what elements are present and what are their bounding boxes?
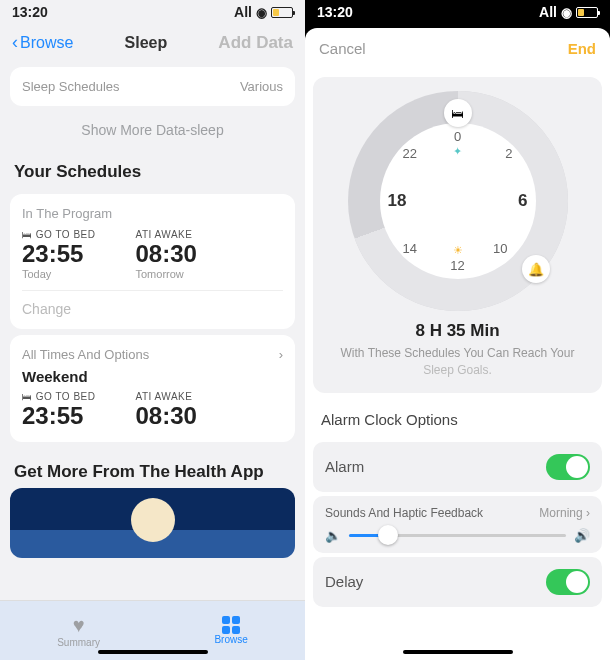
wifi-icon-2: ◉ bbox=[561, 5, 572, 20]
goal-description: With These Schedules You Can Reach Your … bbox=[327, 345, 588, 379]
status-time: 13:20 bbox=[12, 4, 48, 20]
nav-bar: ‹Browse Sleep Add Data bbox=[0, 24, 305, 61]
wake-time-2: 08:30 bbox=[135, 402, 196, 430]
heart-icon: ♥ bbox=[73, 614, 85, 637]
moon-icon bbox=[131, 498, 175, 542]
add-data-button[interactable]: Add Data bbox=[218, 33, 293, 53]
sounds-row[interactable]: Sounds And Haptic Feedback Morning › bbox=[325, 506, 590, 520]
alarm-options-heading: Alarm Clock Options bbox=[305, 401, 610, 438]
sleep-dial-card: 0 2 6 10 12 14 18 22 ✦ ☀ 🛏 🔔 8 H 35 Min … bbox=[313, 77, 602, 393]
sounds-label: Sounds And Haptic Feedback bbox=[325, 506, 483, 520]
chevron-right-icon-2: › bbox=[586, 506, 590, 520]
all-times-row[interactable]: All Times And Options › bbox=[22, 347, 283, 368]
end-button[interactable]: End bbox=[568, 40, 596, 57]
speaker-high-icon: 🔊 bbox=[574, 528, 590, 543]
sleep-schedules-label: Sleep Schedules bbox=[22, 79, 120, 94]
bed-label-2: 🛏 GO TO BED bbox=[22, 391, 95, 402]
cancel-button[interactable]: Cancel bbox=[319, 40, 366, 57]
editor-sheet: Cancel End 0 2 6 10 12 14 18 22 ✦ ☀ 🛏 🔔 bbox=[305, 28, 610, 660]
wifi-icon: ◉ bbox=[256, 5, 267, 20]
bed-label: 🛏 GO TO BED bbox=[22, 229, 95, 240]
wake-time: 08:30 bbox=[135, 240, 196, 268]
duration-label: 8 H 35 Min bbox=[327, 321, 588, 341]
today-label: Today bbox=[22, 268, 95, 280]
tomorrow-label: Tomorrow bbox=[135, 268, 196, 280]
back-button[interactable]: ‹Browse bbox=[12, 32, 73, 53]
get-more-heading: Get More From The Health App bbox=[0, 448, 305, 488]
chevron-right-icon: › bbox=[279, 347, 283, 362]
stars-icon: ✦ bbox=[453, 145, 462, 158]
delay-label: Delay bbox=[325, 573, 363, 590]
sleep-schedules-row[interactable]: Sleep Schedules Various bbox=[10, 67, 295, 106]
your-schedules-heading: Your Schedules bbox=[0, 148, 305, 188]
sleep-editor-screen: 13:20 All ◉ Cancel End 0 2 6 10 12 14 18 bbox=[305, 0, 610, 660]
health-sleep-screen: 13:20 All ◉ ‹Browse Sleep Add Data Sleep… bbox=[0, 0, 305, 660]
volume-slider[interactable]: 🔈 🔊 bbox=[325, 528, 590, 543]
wake-label-2: ATI AWAKE bbox=[135, 391, 196, 402]
tab-browse[interactable]: Browse bbox=[214, 616, 247, 645]
status-bar: 13:20 All ◉ bbox=[0, 0, 305, 24]
alarm-toggle-row: Alarm bbox=[313, 442, 602, 492]
sleep-schedules-value: Various bbox=[240, 79, 283, 94]
wake-label: ATI AWAKE bbox=[135, 229, 196, 240]
speaker-low-icon: 🔈 bbox=[325, 528, 341, 543]
bed-time-2: 23:55 bbox=[22, 402, 95, 430]
delay-toggle-row: Delay bbox=[313, 557, 602, 607]
sleep-dial[interactable]: 0 2 6 10 12 14 18 22 ✦ ☀ 🛏 🔔 bbox=[348, 91, 568, 311]
alarm-knob[interactable]: 🔔 bbox=[522, 255, 550, 283]
network-label: All bbox=[234, 4, 252, 20]
home-indicator-2[interactable] bbox=[403, 650, 513, 654]
tab-summary[interactable]: ♥ Summary bbox=[57, 614, 100, 648]
grid-icon bbox=[222, 616, 240, 634]
battery-icon-2 bbox=[576, 7, 598, 18]
home-indicator[interactable] bbox=[98, 650, 208, 654]
battery-icon bbox=[271, 7, 293, 18]
weekend-schedule-card: All Times And Options › Weekend 🛏 GO TO … bbox=[10, 335, 295, 442]
network-label-2: All bbox=[539, 4, 557, 20]
change-button[interactable]: Change bbox=[22, 290, 283, 317]
show-more-link[interactable]: Show More Data-sleep bbox=[0, 112, 305, 148]
status-bar-2: 13:20 All ◉ bbox=[305, 0, 610, 24]
bed-knob[interactable]: 🛏 bbox=[444, 99, 472, 127]
in-program-label: In The Program bbox=[22, 206, 283, 221]
weekend-label: Weekend bbox=[22, 368, 283, 385]
sun-icon: ☀ bbox=[453, 244, 463, 257]
status-time-2: 13:20 bbox=[317, 4, 353, 20]
sounds-card: Sounds And Haptic Feedback Morning › 🔈 🔊 bbox=[313, 496, 602, 553]
bed-icon: 🛏 bbox=[451, 106, 464, 121]
alarm-toggle[interactable] bbox=[546, 454, 590, 480]
bell-icon: 🔔 bbox=[528, 262, 544, 277]
chevron-left-icon: ‹ bbox=[12, 32, 18, 53]
night-illustration[interactable] bbox=[10, 488, 295, 558]
page-title: Sleep bbox=[125, 34, 168, 52]
delay-toggle[interactable] bbox=[546, 569, 590, 595]
alarm-label: Alarm bbox=[325, 458, 364, 475]
bed-time: 23:55 bbox=[22, 240, 95, 268]
program-schedule-card: In The Program 🛏 GO TO BED 23:55 Today A… bbox=[10, 194, 295, 329]
